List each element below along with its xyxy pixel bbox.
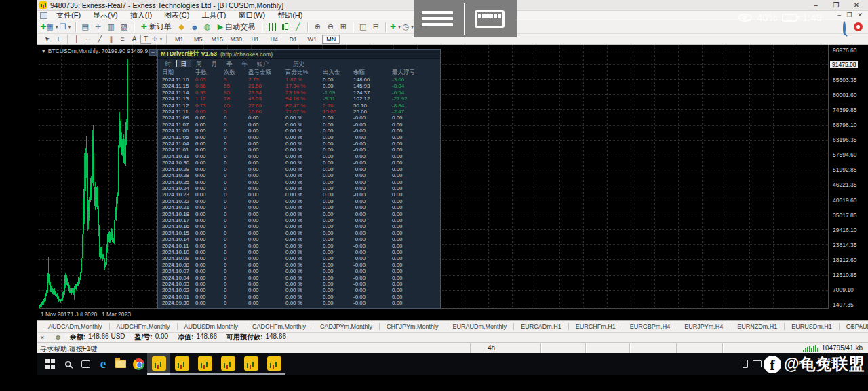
menu-item-c[interactable]: 图表(C) (158, 10, 195, 20)
vertical-line-tool[interactable]: │ (71, 35, 82, 44)
overlay-search-button[interactable] (843, 22, 846, 35)
stats-table-row[interactable]: 2024.10.030.0000.000.00 %0.00-0.000.00 (158, 281, 440, 287)
cursor-tool[interactable]: ➤ (41, 35, 52, 44)
stats-tab-年[interactable]: 年 (237, 60, 253, 67)
timeframe-button-mn[interactable]: MN (322, 35, 340, 44)
label-tool[interactable]: T (140, 35, 151, 44)
arrows-tool[interactable]: ✢▼ (152, 35, 163, 44)
stats-table-row[interactable]: 2024.11.070.0000.000.00 %0.00-0.000.00 (158, 122, 440, 128)
phone-tray-icon[interactable] (743, 360, 748, 368)
stats-table-row[interactable]: 2024.10.220.0000.000.00 %0.00-0.000.00 (158, 198, 440, 204)
menu-item-h[interactable]: 帮助(H) (271, 10, 309, 20)
stats-table-row[interactable]: 2024.10.240.0000.000.00 %0.00-0.000.00 (158, 185, 440, 191)
chart-tab-chfjpym[interactable]: CHFJPYm,Monthly (380, 323, 446, 330)
stats-table-row[interactable]: 2024.10.040.0000.000.00 %0.00-0.000.00 (158, 275, 440, 281)
autotrading-button[interactable]: ▶ 自动交易 (214, 21, 258, 33)
trendline-tool[interactable]: ╱ (94, 35, 105, 44)
internet-explorer-button[interactable]: e (94, 353, 112, 375)
time-axis[interactable]: 1 Nov 20171 Jul 20201 Mar 2023 (39, 309, 829, 319)
stats-tab-月[interactable]: 月 (207, 60, 222, 67)
timeframe-button-w1[interactable]: W1 (303, 35, 321, 44)
chart-window-icon[interactable] (40, 12, 47, 19)
chart-tab-audchfm[interactable]: AUDCHFm,Monthly (110, 323, 178, 330)
taskbar-search-button[interactable] (59, 353, 77, 375)
hamburger-menu-icon[interactable] (422, 8, 453, 29)
timeframe-button-m5[interactable]: M5 (189, 35, 207, 44)
taskbar-mt4-window-2[interactable] (170, 353, 193, 375)
start-button[interactable] (41, 353, 59, 375)
profiles-button[interactable]: ❐▼ (60, 21, 72, 33)
chart-tab-audcadm[interactable]: AUDCADm,Monthly (41, 323, 110, 330)
market-watch-button[interactable]: ▤ (79, 21, 92, 33)
taskbar-mt4-window-6[interactable] (262, 353, 285, 375)
bar-chart-button[interactable] (266, 21, 278, 33)
chart-tab-eurnzdm[interactable]: EURNZDm,H1 (730, 323, 785, 330)
menu-item-f[interactable]: 文件(F) (50, 10, 87, 20)
timeframe-button-d1[interactable]: D1 (284, 35, 302, 44)
taskbar-mt4-window-3[interactable] (193, 353, 216, 375)
timeframe-button-h4[interactable]: H4 (265, 35, 283, 44)
fibonacci-tool[interactable]: ≡ (117, 35, 128, 44)
stats-table-row[interactable]: 2024.10.310.0000.000.00 %0.00-0.000.00 (158, 153, 440, 160)
chart-tab-eurchfm[interactable]: EURCHFm,H1 (569, 323, 623, 330)
zoom-out-button[interactable]: ⊖ (324, 21, 336, 33)
task-view-button[interactable] (77, 353, 94, 375)
keyboard-icon[interactable] (475, 10, 505, 28)
chart-tab-eurjpym[interactable]: EURJPYm,H4 (677, 323, 730, 330)
taskbar-mt4-window-4[interactable] (216, 353, 239, 375)
periods-button[interactable]: ◷▼ (402, 21, 414, 33)
stats-table-row[interactable]: 2024.10.150.0000.000.00 %0.00-0.000.00 (158, 230, 440, 236)
chart-tab-audusdm[interactable]: AUDUSDm,Monthly (178, 323, 246, 330)
timeframe-button-m30[interactable]: M30 (227, 35, 245, 44)
stats-table-row[interactable]: 2024.10.160.0000.000.00 %0.00-0.000.00 (158, 223, 440, 229)
stats-table-row[interactable]: 2024.10.290.0000.000.00 %0.00-0.000.00 (158, 166, 440, 172)
stats-table-row[interactable]: 2024.11.050.0000.000.00 %0.00-0.000.00 (158, 134, 440, 141)
tab-scroll-arrows[interactable]: ◂ ▸ (850, 323, 865, 329)
panel-minimize-button[interactable]: – (149, 49, 157, 56)
stats-table-row[interactable]: 2024.11.080.0000.000.00 %0.00-0.000.00 (158, 115, 440, 121)
stats-table-row[interactable]: 2024.11.060.0000.000.00 %0.00-0.000.00 (158, 128, 440, 134)
child-minimize-button[interactable]: – (837, 12, 841, 18)
candlestick-chart-button[interactable] (279, 21, 291, 33)
chart-tab-eurusdm[interactable]: EURUSDm,H1 (785, 323, 840, 330)
display-tray-icon[interactable] (753, 360, 762, 367)
stats-table-row[interactable]: 2024.11.160.0332.731.87 %0.00148.66-3.66 (158, 77, 440, 83)
stats-table-row[interactable]: 2024.10.090.0000.000.00 %0.00-0.000.00 (158, 255, 440, 261)
minimize-button[interactable]: – (806, 0, 826, 10)
line-chart-button[interactable]: ╱ (292, 21, 304, 33)
stats-tab-账户[interactable]: 账户 (252, 60, 273, 67)
stats-tab-季[interactable]: 季 (222, 60, 237, 67)
stats-table-row[interactable]: 2024.10.110.0000.000.00 %0.00-0.000.00 (158, 243, 440, 249)
tile-windows-button[interactable]: ⊞ (337, 21, 349, 33)
timeframe-button-h1[interactable]: H1 (246, 35, 264, 44)
stats-table-row[interactable]: 2024.10.070.0000.000.00 %0.00-0.000.00 (158, 268, 440, 274)
strategy-tester-button[interactable]: ▧ (118, 21, 130, 33)
chart-tab-euraudm[interactable]: EURAUDm,Monthly (446, 323, 515, 330)
stats-table-row[interactable]: 2024.11.010.0000.000.00 %0.00-0.000.00 (158, 147, 440, 153)
news-button[interactable]: ◍ (201, 21, 214, 33)
file-explorer-button[interactable] (112, 353, 130, 375)
stats-table-row[interactable]: 2024.11.120.736527.6982.47 %2.7656.10-8.… (158, 103, 440, 109)
taskbar-mt4-window-5[interactable] (239, 353, 262, 375)
stats-tab-时[interactable]: 时 (161, 60, 176, 67)
crosshair-tool[interactable]: + (53, 35, 64, 44)
stats-table-row[interactable]: 2024.10.010.0000.000.00 %0.00-0.000.00 (158, 294, 440, 300)
menu-item-t[interactable]: 工具(T) (195, 10, 232, 20)
record-indicator-icon[interactable] (854, 22, 863, 31)
expert-advisors-button[interactable]: ☻ (189, 21, 201, 33)
stats-table-row[interactable]: 2024.10.210.0000.000.00 %0.00-0.000.00 (158, 204, 440, 210)
stats-table-row[interactable]: 2024.10.100.0000.000.00 %0.00-0.000.00 (158, 249, 440, 255)
timeframe-button-m15[interactable]: M15 (208, 35, 226, 44)
chrome-button[interactable] (130, 353, 147, 375)
stats-table-row[interactable]: 2024.09.300.0000.000.00 %0.00-0.000.00 (158, 300, 440, 306)
stats-tab-历史[interactable]: 历史 (288, 60, 309, 67)
stats-table-row[interactable]: 2024.10.140.0000.000.00 %0.00-0.000.00 (158, 236, 440, 242)
restore-button[interactable]: ❐ (826, 0, 846, 10)
auto-scroll-button[interactable]: ◫ (357, 21, 369, 33)
stats-table-row[interactable]: 2024.11.131.127848.5394.18 %-3.51102.12-… (158, 96, 440, 102)
stats-table-row[interactable]: 2024.11.140.939523.3423.19 %-1.09124.37-… (158, 90, 440, 96)
chart-shift-button[interactable]: ⊟ (370, 21, 382, 33)
new-chart-button[interactable]: ✚▦▼ (40, 21, 59, 33)
indicators-button[interactable]: ✚▼ (389, 21, 401, 33)
stats-table-row[interactable]: 2024.10.250.0000.000.00 %0.00-0.000.00 (158, 179, 440, 185)
